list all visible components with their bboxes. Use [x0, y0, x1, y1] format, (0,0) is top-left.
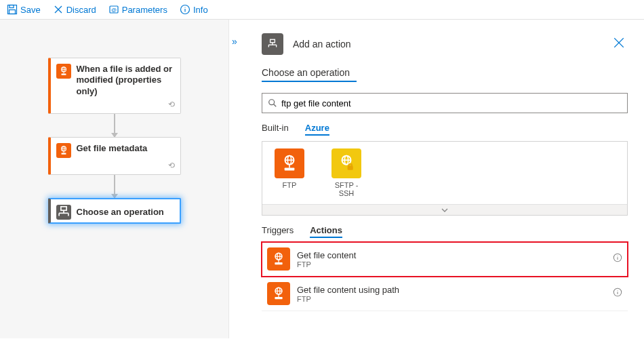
- connector-line: [114, 114, 115, 137]
- operation-icon: [262, 33, 283, 55]
- save-label: Save: [20, 5, 41, 15]
- close-panel-button[interactable]: [610, 34, 628, 55]
- svg-rect-25: [270, 39, 275, 43]
- choose-title: Choose an operation: [77, 207, 164, 218]
- scope-tabs: Built-in Azure: [262, 123, 628, 136]
- svg-point-51: [617, 256, 618, 256]
- connectors-box: FTP SFTP - SSH: [262, 141, 628, 216]
- svg-rect-2: [9, 10, 16, 14]
- svg-rect-43: [348, 164, 352, 167]
- info-icon: [180, 4, 190, 15]
- sftp-icon: [331, 148, 361, 178]
- action-get-file-content[interactable]: Get file content FTP: [262, 242, 628, 277]
- action-get-file-content-path[interactable]: Get file content using path FTP: [262, 277, 628, 311]
- svg-point-32: [269, 100, 275, 105]
- connector-label: FTP: [283, 181, 297, 189]
- search-box[interactable]: [262, 93, 628, 113]
- panel-title: Add an action: [293, 39, 351, 49]
- tab-azure[interactable]: Azure: [305, 123, 329, 136]
- operation-icon: [56, 205, 71, 220]
- tab-actions[interactable]: Actions: [310, 225, 342, 238]
- discard-button[interactable]: Discard: [53, 4, 96, 15]
- close-icon: [53, 4, 64, 15]
- tab-triggers[interactable]: Triggers: [262, 225, 294, 238]
- connector-line: [114, 175, 115, 198]
- info-icon[interactable]: [613, 253, 622, 265]
- chevron-down-icon: [441, 207, 448, 214]
- svg-text:@: @: [111, 7, 117, 13]
- action-card-metadata[interactable]: Get file metadata ⟲: [48, 137, 181, 175]
- parameters-button[interactable]: @ Parameters: [108, 4, 167, 15]
- expand-connectors-button[interactable]: [262, 204, 627, 215]
- action-panel: » Add an action Choose an operation Buil…: [229, 20, 644, 338]
- discard-label: Discard: [66, 5, 96, 15]
- command-bar: Save Discard @ Parameters Info: [0, 0, 644, 20]
- ftp-icon: [56, 143, 71, 158]
- panel-subtitle: Choose an operation: [262, 67, 628, 78]
- kind-tabs: Triggers Actions: [262, 225, 628, 238]
- ftp-icon: [267, 282, 290, 305]
- link-icon: ⟲: [51, 161, 180, 174]
- subtitle-underline: [262, 81, 357, 82]
- action-subtitle: FTP: [297, 260, 356, 268]
- tab-builtin[interactable]: Built-in: [262, 123, 289, 136]
- connector-ftp[interactable]: FTP: [270, 148, 308, 197]
- svg-line-33: [274, 104, 277, 107]
- action-title: Get file metadata: [77, 143, 148, 154]
- svg-rect-47: [275, 262, 282, 264]
- collapse-panel-button[interactable]: »: [232, 36, 237, 47]
- svg-point-9: [184, 7, 185, 7]
- link-icon: ⟲: [51, 100, 180, 113]
- svg-rect-37: [285, 168, 295, 171]
- save-button[interactable]: Save: [7, 4, 41, 15]
- search-input[interactable]: [281, 98, 622, 108]
- trigger-card[interactable]: When a file is added or modified (proper…: [48, 58, 181, 114]
- choose-operation-card[interactable]: Choose an operation: [48, 198, 181, 224]
- connector-label: SFTP - SSH: [335, 181, 359, 197]
- actions-list: Get file content FTP Get file content us…: [262, 242, 628, 311]
- parameters-icon: @: [108, 4, 119, 15]
- connector-sftp[interactable]: SFTP - SSH: [327, 148, 365, 197]
- parameters-label: Parameters: [122, 5, 167, 15]
- action-title: Get file content: [297, 250, 356, 260]
- svg-rect-18: [61, 153, 66, 154]
- info-icon[interactable]: [613, 287, 622, 300]
- svg-rect-13: [61, 74, 66, 75]
- ftp-icon: [267, 247, 290, 271]
- svg-rect-20: [60, 207, 66, 211]
- svg-rect-55: [275, 297, 282, 299]
- ftp-icon: [275, 148, 304, 178]
- svg-rect-1: [9, 5, 14, 8]
- search-icon: [268, 98, 277, 108]
- action-title: Get file content using path: [297, 285, 399, 295]
- trigger-title: When a file is added or modified (proper…: [77, 64, 174, 97]
- info-label: Info: [193, 5, 208, 15]
- save-icon: [7, 4, 18, 15]
- action-subtitle: FTP: [297, 295, 399, 303]
- designer-canvas: When a file is added or modified (proper…: [0, 20, 229, 338]
- ftp-icon: [56, 64, 71, 79]
- info-button[interactable]: Info: [180, 4, 208, 15]
- svg-point-59: [617, 290, 618, 291]
